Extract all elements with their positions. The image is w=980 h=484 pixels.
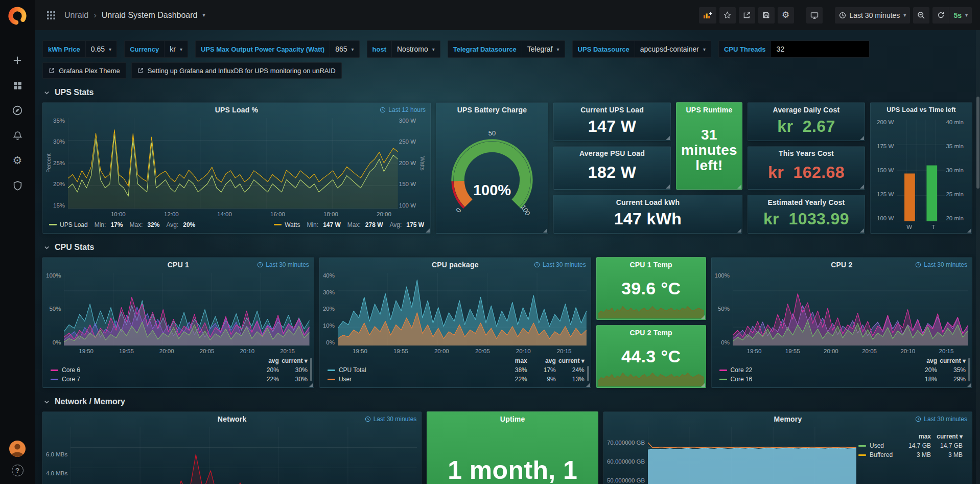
panel-title[interactable]: CPU 2 bbox=[831, 261, 852, 269]
dashboard-link-grafana-plex-theme[interactable]: Grafana Plex Theme bbox=[42, 62, 126, 79]
legend-series-cpu-total[interactable]: CPU Total bbox=[328, 366, 499, 374]
sidebar-create-button[interactable] bbox=[7, 54, 28, 67]
variable-value-dropdown[interactable]: Telegraf▾ bbox=[522, 41, 565, 57]
panel-title[interactable]: Estimated Yearly Cost bbox=[767, 198, 845, 206]
cpu-threads-input[interactable] bbox=[771, 41, 869, 57]
sidebar-dashboards-button[interactable] bbox=[7, 79, 28, 92]
sidebar-avatar[interactable] bbox=[7, 442, 28, 455]
panel-title[interactable]: Current Load kWh bbox=[616, 198, 680, 206]
legend-col-avg[interactable]: avg bbox=[908, 357, 937, 364]
title-caret-icon[interactable]: ▾ bbox=[202, 12, 205, 18]
legend-series-ups-load[interactable]: UPS LoadMin:17%Max:32%Avg:20% bbox=[49, 221, 195, 228]
panel-header[interactable]: UPS Load % Last 12 hours bbox=[43, 103, 430, 117]
section-cpu-stats[interactable]: CPU Stats bbox=[43, 243, 972, 252]
panel-title[interactable]: UPS Runtime bbox=[686, 106, 733, 114]
legend-series-core-7[interactable]: Core 7 bbox=[51, 376, 250, 383]
legend-col-avg[interactable]: avg bbox=[527, 357, 556, 364]
panel-title[interactable]: Current UPS Load bbox=[580, 106, 644, 114]
variable-value-dropdown[interactable]: Nostromo▾ bbox=[391, 41, 440, 57]
panel-title[interactable]: UPS Load vs Time left bbox=[886, 106, 955, 113]
section-network-memory[interactable]: Network / Memory bbox=[43, 397, 972, 406]
legend-col-max[interactable]: max bbox=[899, 433, 931, 440]
variable-value-dropdown[interactable]: 0.65▾ bbox=[85, 41, 116, 57]
panel-header[interactable]: CPU 1 Last 30 minutes bbox=[43, 258, 314, 271]
plot-area[interactable] bbox=[648, 427, 856, 484]
zoom-out-button[interactable] bbox=[913, 7, 929, 24]
dashboard-title[interactable]: Unraid System Dashboard bbox=[102, 11, 198, 20]
legend-col-current[interactable]: current ▾ bbox=[937, 357, 966, 364]
plot-area[interactable] bbox=[71, 427, 417, 484]
panel-title[interactable]: Average PSU Load bbox=[579, 149, 645, 157]
legend-series-buffered[interactable]: Buffered bbox=[858, 451, 899, 458]
plot-area[interactable] bbox=[897, 120, 945, 221]
panel-title[interactable]: UPS Battery Charge bbox=[457, 106, 527, 114]
sidebar-admin-button[interactable] bbox=[7, 179, 28, 192]
panel-title[interactable]: This Years Cost bbox=[779, 149, 834, 157]
legend-series-core-16[interactable]: Core 16 bbox=[719, 376, 908, 383]
plot-area[interactable] bbox=[338, 273, 587, 345]
legend-col-current[interactable]: current ▾ bbox=[279, 357, 308, 364]
panel-title[interactable]: UPS Load % bbox=[215, 106, 258, 114]
panel-header[interactable]: CPU package Last 30 minutes bbox=[320, 258, 591, 271]
refresh-interval-dropdown[interactable]: 5s ▾ bbox=[949, 7, 972, 24]
add-panel-button[interactable] bbox=[699, 7, 716, 24]
share-button[interactable] bbox=[739, 7, 755, 24]
legend-series-user[interactable]: User bbox=[328, 376, 499, 383]
panel-title[interactable]: CPU 1 Temp bbox=[629, 261, 672, 269]
refresh-button[interactable] bbox=[932, 7, 949, 24]
section-ups-stats[interactable]: UPS Stats bbox=[43, 88, 972, 97]
panel-title[interactable]: CPU 1 bbox=[168, 261, 189, 269]
variable-value-dropdown[interactable]: apcupsd-container▾ bbox=[635, 41, 711, 57]
legend-col-max[interactable]: max bbox=[499, 357, 527, 364]
panel-title[interactable]: Average Daily Cost bbox=[773, 106, 840, 114]
panel-header[interactable]: UPS Load vs Time left bbox=[871, 103, 972, 117]
legend-scrollbar[interactable] bbox=[968, 358, 970, 381]
cycle-view-button[interactable] bbox=[806, 7, 823, 24]
legend-series-core-6[interactable]: Core 6 bbox=[51, 366, 250, 374]
legend-stat-label: Min: bbox=[95, 221, 106, 228]
sidebar-alerting-button[interactable] bbox=[7, 129, 28, 142]
panel-title[interactable]: Memory bbox=[774, 415, 802, 423]
page-scrollbar[interactable] bbox=[976, 30, 980, 484]
panel-header[interactable]: Memory Last 30 minutes bbox=[604, 412, 972, 426]
panel-header[interactable]: UPS Battery Charge bbox=[436, 103, 548, 117]
legend-series-core-22[interactable]: Core 22 bbox=[719, 366, 908, 374]
panel-title[interactable]: Uptime bbox=[500, 415, 525, 423]
plot-area[interactable] bbox=[68, 118, 398, 209]
stat-value: 147 W bbox=[554, 117, 670, 141]
x-axis: WT bbox=[897, 221, 945, 230]
y-axis-title-right: Watts bbox=[419, 118, 426, 209]
legend-scrollbar[interactable] bbox=[587, 366, 589, 381]
axis-tick: 125 W bbox=[877, 192, 894, 198]
dashboard-settings-button[interactable]: ⚙ bbox=[778, 7, 794, 24]
panel-header[interactable]: CPU 2 Last 30 minutes bbox=[712, 258, 972, 271]
save-button[interactable] bbox=[758, 7, 775, 24]
plot-area[interactable] bbox=[733, 273, 968, 345]
legend-series-watts[interactable]: WattsMin:147 WMax:278 WAvg:175 W bbox=[274, 221, 424, 228]
variable-value-dropdown[interactable]: 865▾ bbox=[330, 41, 359, 57]
variable-value-dropdown[interactable]: kr▾ bbox=[164, 41, 188, 57]
panel-title[interactable]: CPU package bbox=[432, 261, 479, 269]
legend-col-avg[interactable]: avg bbox=[250, 357, 279, 364]
sidebar-configuration-button[interactable]: ⚙ bbox=[7, 154, 28, 167]
time-override-label: Last 30 minutes bbox=[924, 261, 967, 268]
sidebar-help-button[interactable]: ? bbox=[7, 464, 28, 477]
legend-scrollbar[interactable] bbox=[310, 358, 312, 381]
plot-area[interactable] bbox=[64, 273, 309, 345]
legend-col-current[interactable]: current ▾ bbox=[556, 357, 585, 364]
panel-ups-battery-charge: UPS Battery Charge 050100 100% bbox=[436, 102, 548, 234]
grafana-logo[interactable] bbox=[6, 5, 29, 27]
dashboard-link-setting-up-grafana-and-influxd[interactable]: Setting up Grafana and InfluxDB for UPS … bbox=[131, 62, 342, 79]
legend-series-used[interactable]: Used bbox=[858, 442, 899, 449]
battery-gauge[interactable]: 050100 100% bbox=[436, 117, 548, 233]
panel-title[interactable]: Network bbox=[218, 415, 247, 423]
apps-grid-icon[interactable] bbox=[43, 7, 59, 24]
time-range-button[interactable]: Last 30 minutes ▾ bbox=[835, 7, 911, 24]
panel-header[interactable]: Network Last 30 minutes bbox=[43, 412, 421, 426]
scrollbar-thumb[interactable] bbox=[976, 97, 979, 189]
legend-col-current[interactable]: current ▾ bbox=[931, 433, 963, 440]
panel-title[interactable]: CPU 2 Temp bbox=[629, 329, 672, 337]
breadcrumb-app[interactable]: Unraid bbox=[64, 11, 88, 20]
star-button[interactable] bbox=[719, 7, 736, 24]
sidebar-explore-button[interactable] bbox=[7, 104, 28, 117]
